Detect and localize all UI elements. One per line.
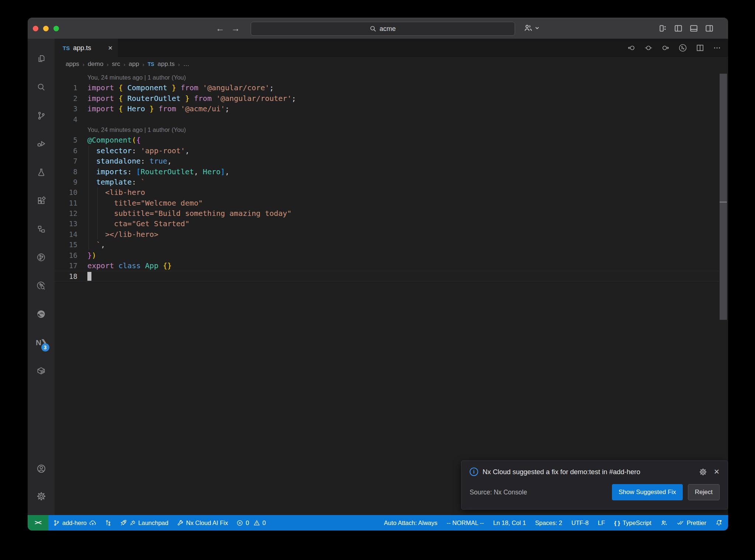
breadcrumb-file[interactable]: app.ts	[157, 60, 174, 68]
toggle-panel-icon[interactable]	[689, 24, 699, 33]
language-mode-status[interactable]: { } TypeScript	[614, 519, 651, 526]
commit-graph-status[interactable]	[105, 520, 111, 526]
show-suggested-fix-button[interactable]: Show Suggested Fix	[612, 484, 683, 500]
gitlens-graph-icon[interactable]	[678, 43, 688, 53]
git-branch-status[interactable]: add-hero	[53, 519, 96, 526]
notifications-bell-status[interactable]	[716, 519, 722, 526]
explorer-icon[interactable]	[32, 45, 50, 73]
toggle-primary-sidebar-icon[interactable]	[674, 24, 683, 33]
nx-console-icon[interactable]: N❯ 3	[32, 328, 50, 357]
run-and-debug-icon[interactable]	[32, 130, 50, 158]
accounts-menu[interactable]	[523, 23, 540, 33]
gitlens-inspect-icon[interactable]	[32, 272, 50, 300]
code-editor[interactable]: You, 24 minutes ago | 1 author (You)1imp…	[55, 71, 719, 515]
line-number: 14	[55, 229, 77, 239]
problems-status[interactable]: 0 0	[237, 519, 265, 526]
chevron-right-icon: ›	[107, 61, 108, 67]
line-number: 9	[55, 177, 77, 187]
code-line[interactable]: 9 template: `	[55, 177, 719, 187]
code-line[interactable]: 14 ></lib-hero>	[55, 229, 719, 239]
editor-scrollbar[interactable]	[719, 56, 728, 515]
next-change-icon[interactable]	[661, 43, 670, 52]
breadcrumb-item[interactable]: apps	[66, 60, 79, 68]
nx-fix-label: Nx Cloud AI Fix	[186, 519, 228, 526]
code-line[interactable]: 3import { Hero } from '@acme/ui';	[55, 104, 719, 114]
auto-attach-status[interactable]: Auto Attach: Always	[384, 519, 438, 526]
current-change-icon[interactable]	[644, 43, 653, 52]
line-number: 16	[55, 250, 77, 260]
code-line[interactable]: 11 title="Welcmoe demo"	[55, 198, 719, 208]
indent-guide	[97, 198, 98, 208]
code-line[interactable]: 2import { RouterOutlet } from '@angular/…	[55, 93, 719, 104]
minimize-window-button[interactable]	[43, 26, 49, 31]
back-arrow-icon[interactable]: ←	[214, 18, 226, 39]
gitlens-icon[interactable]	[32, 243, 50, 272]
dev-containers-icon[interactable]	[32, 357, 50, 385]
error-icon	[237, 520, 243, 526]
feedback-status[interactable]	[661, 519, 668, 526]
breadcrumb-item[interactable]: app	[129, 60, 139, 68]
code-line[interactable]: 1import { Component } from '@angular/cor…	[55, 83, 719, 93]
code-line[interactable]: 4	[55, 114, 719, 125]
zoom-window-button[interactable]	[53, 26, 59, 31]
source-control-icon[interactable]	[32, 101, 50, 130]
breadcrumb-item[interactable]: demo	[88, 60, 104, 68]
nx-cloud-ai-fix-status[interactable]: Nx Cloud AI Fix	[177, 519, 228, 526]
code-line[interactable]: 6 selector: 'app-root',	[55, 146, 719, 156]
account-icon[interactable]	[32, 455, 50, 482]
extensions-icon[interactable]	[32, 186, 50, 215]
more-actions-icon[interactable]	[713, 43, 721, 52]
code-line[interactable]: 7 standalone: true,	[55, 156, 719, 166]
launchpad-status[interactable]: Launchpad	[120, 519, 168, 526]
breadcrumb-tail[interactable]: …	[183, 60, 189, 68]
code-line[interactable]: 18	[55, 271, 719, 281]
indent-guide	[88, 187, 89, 197]
edge-devtools-icon[interactable]	[32, 300, 50, 328]
line-number: 3	[55, 104, 77, 114]
code-line[interactable]: 13 cta="Get Started"	[55, 218, 719, 229]
notification-close-icon[interactable]: ✕	[714, 468, 720, 476]
toggle-secondary-sidebar-icon[interactable]	[704, 24, 714, 33]
indent-guide	[88, 198, 89, 208]
tab-label: app.ts	[73, 44, 91, 52]
code-line[interactable]: 8 imports: [RouterOutlet, Hero],	[55, 167, 719, 177]
remote-indicator[interactable]: ><	[28, 515, 48, 531]
code-line[interactable]: 17export class App {}	[55, 260, 719, 271]
traffic-lights	[33, 26, 59, 31]
tab-app-ts[interactable]: TS app.ts ✕	[55, 39, 118, 57]
command-center-search[interactable]: acme	[251, 22, 515, 36]
status-bar: >< add-hero	[28, 515, 728, 531]
reject-button[interactable]: Reject	[688, 484, 720, 500]
forward-arrow-icon[interactable]: →	[229, 18, 242, 39]
scrollbar-thumb[interactable]	[720, 74, 727, 320]
split-editor-icon[interactable]	[696, 43, 704, 52]
code-line[interactable]: 12 subtitle="Build something amazing tod…	[55, 208, 719, 218]
git-branch-icon	[53, 520, 60, 526]
code-line[interactable]: 10 <lib-hero	[55, 187, 719, 197]
settings-gear-icon[interactable]	[32, 482, 50, 510]
code-line[interactable]: 5@Component({	[55, 135, 719, 145]
code-line[interactable]: 15 `,	[55, 239, 719, 250]
notification-settings-gear-icon[interactable]	[699, 468, 707, 476]
editor-actions	[627, 39, 721, 57]
line-number: 8	[55, 167, 77, 177]
encoding-status[interactable]: UTF-8	[571, 519, 589, 526]
indent-guide	[88, 208, 89, 218]
previous-change-icon[interactable]	[627, 43, 636, 52]
indent-guide	[97, 187, 98, 197]
search-icon[interactable]	[32, 73, 50, 101]
vim-mode-status[interactable]: -- NORMAL --	[446, 519, 484, 526]
code-line[interactable]: 16})	[55, 250, 719, 260]
project-structure-icon[interactable]	[32, 215, 50, 243]
close-window-button[interactable]	[33, 26, 38, 31]
customize-layout-icon[interactable]	[658, 24, 668, 33]
eol-status[interactable]: LF	[598, 519, 605, 526]
tab-close-icon[interactable]: ✕	[108, 45, 113, 52]
formatter-status[interactable]: Prettier	[677, 519, 706, 526]
typescript-file-icon: TS	[63, 45, 70, 51]
cursor-position-status[interactable]: Ln 18, Col 1	[493, 519, 526, 526]
indent-guide	[88, 177, 89, 187]
indentation-status[interactable]: Spaces: 2	[535, 519, 562, 526]
testing-icon[interactable]	[32, 158, 50, 186]
breadcrumb-item[interactable]: src	[112, 60, 120, 68]
